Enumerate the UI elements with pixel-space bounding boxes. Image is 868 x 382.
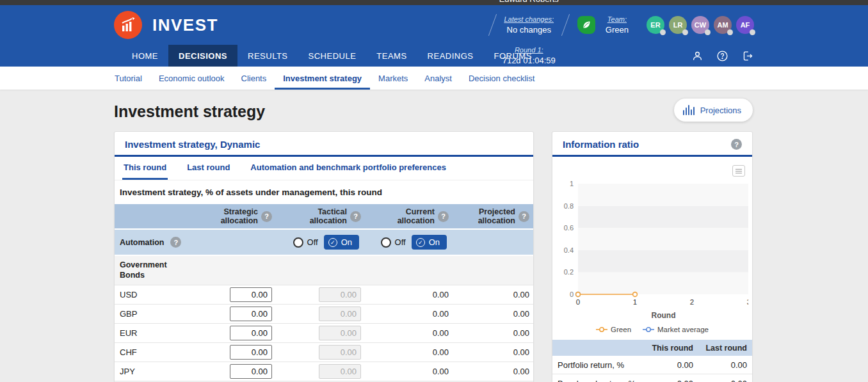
legend-label: Green <box>611 326 631 333</box>
column-header: Tactical allocation? <box>272 207 361 226</box>
projections-button[interactable]: Projections <box>674 99 753 122</box>
svg-text:0.4: 0.4 <box>564 246 574 254</box>
question-icon[interactable]: ? <box>518 211 529 222</box>
column-header-label: Current allocation <box>390 207 435 226</box>
nav-item-forums[interactable]: FORUMS <box>484 45 542 67</box>
nav-item-home[interactable]: HOME <box>122 45 168 67</box>
tactical-automation-off-radio[interactable]: Off <box>293 237 318 248</box>
strategic-allocation-input[interactable] <box>230 306 272 321</box>
question-icon[interactable]: ? <box>350 211 361 222</box>
subnav-item-decision-checklist[interactable]: Decision checklist <box>460 67 543 90</box>
person-icon[interactable] <box>691 50 703 62</box>
app-logo[interactable] <box>114 11 142 39</box>
column-header-label: Strategic allocation <box>213 207 258 226</box>
hamburger-menu-icon[interactable] <box>732 165 745 177</box>
returns-row-label: Portfolio return, % <box>552 360 642 370</box>
panel-title: Investment strategy, Dynamic <box>125 139 260 150</box>
svg-text:0.2: 0.2 <box>564 268 574 276</box>
nav-item-decisions[interactable]: DECISIONS <box>168 45 237 67</box>
strategic-allocation-input[interactable] <box>230 287 272 302</box>
asset-group-header: Government Bonds <box>115 255 533 285</box>
leaf-icon <box>577 16 595 34</box>
subnav-item-clients[interactable]: Clients <box>233 67 275 90</box>
nav-item-readings[interactable]: READINGS <box>417 45 484 67</box>
tactical-automation-on-button[interactable]: ✓ On <box>324 235 359 250</box>
legend-marker-icon <box>643 326 654 333</box>
svg-text:Round: Round <box>652 311 676 320</box>
svg-text:0: 0 <box>570 290 574 298</box>
strategic-allocation-input[interactable] <box>230 345 272 360</box>
returns-this-round-value: 0.00 <box>642 360 693 370</box>
strategy-tabs: This roundLast roundAutomation and bench… <box>115 157 533 180</box>
projected-allocation-value: 0.00 <box>449 328 533 338</box>
subnav-item-markets[interactable]: Markets <box>370 67 416 90</box>
question-icon[interactable]: ? <box>438 211 449 222</box>
information-ratio-chart: 00.20.40.60.810123Round GreenMarket aver… <box>552 157 752 333</box>
svg-text:3: 3 <box>747 298 748 306</box>
current-automation-on-button[interactable]: ✓ On <box>412 235 447 250</box>
tab-last-round[interactable]: Last round <box>186 157 231 180</box>
returns-this-round-value: 0.00 <box>642 379 693 382</box>
section-title: Investment strategy, % of assets under m… <box>115 180 533 204</box>
subnav-item-economic-outlook[interactable]: Economic outlook <box>150 67 233 90</box>
team-value: Green <box>606 25 629 35</box>
asset-label: JPY <box>115 367 185 376</box>
current-automation-off-radio[interactable]: Off <box>381 237 406 248</box>
avatar[interactable]: AF <box>736 16 754 34</box>
avatar[interactable]: ER <box>647 16 664 34</box>
tab-automation-and-benchmark-portfolio-preferences[interactable]: Automation and benchmark portfolio prefe… <box>249 157 447 180</box>
current-allocation-value: 0.00 <box>361 290 449 299</box>
current-allocation-value: 0.00 <box>361 347 449 357</box>
subnav-item-analyst[interactable]: Analyst <box>416 67 460 90</box>
logo-chart-icon <box>120 17 136 33</box>
subnav-item-tutorial[interactable]: Tutorial <box>106 67 150 90</box>
automation-label: Automation <box>120 238 164 247</box>
legend-label: Market average <box>657 326 709 333</box>
team-label: Team: <box>606 15 629 23</box>
allocation-row: EUR 0.00 0.00 <box>115 323 533 342</box>
avatar[interactable]: CW <box>691 16 709 34</box>
current-allocation-value: 0.00 <box>361 367 449 376</box>
investment-strategy-panel: Investment strategy, Dynamic This roundL… <box>114 131 534 382</box>
avatar[interactable]: AM <box>714 16 732 34</box>
question-icon[interactable]: ? <box>170 237 181 248</box>
svg-text:2: 2 <box>690 298 694 306</box>
strategic-allocation-input[interactable] <box>230 364 272 379</box>
strategic-allocation-input[interactable] <box>230 326 272 340</box>
status-dot <box>727 29 733 35</box>
tactical-allocation-input <box>319 345 361 360</box>
logout-icon[interactable] <box>741 50 754 62</box>
chart-legend: GreenMarket average <box>556 326 748 333</box>
question-icon[interactable]: ? <box>731 139 742 150</box>
subnav-item-investment-strategy[interactable]: Investment strategy <box>275 67 370 90</box>
tab-this-round[interactable]: This round <box>122 157 168 180</box>
nav-item-results[interactable]: RESULTS <box>237 45 298 67</box>
help-circle-icon[interactable] <box>716 50 728 62</box>
column-header-label: Tactical allocation <box>302 207 347 226</box>
nav-item-schedule[interactable]: SCHEDULE <box>298 45 367 67</box>
divider <box>561 14 570 36</box>
svg-text:0.6: 0.6 <box>564 224 574 232</box>
allocation-row: JPY 0.00 0.00 <box>115 362 533 381</box>
info-label: Latest changes: <box>499 15 559 23</box>
avatar[interactable]: LR <box>669 16 687 34</box>
radio-icon <box>381 237 391 248</box>
svg-text:1: 1 <box>570 180 574 187</box>
returns-table-header: This roundLast round <box>552 340 752 356</box>
column-header: Projected allocation? <box>449 207 533 226</box>
tactical-allocation-input <box>319 306 361 321</box>
question-icon[interactable]: ? <box>261 211 272 222</box>
asset-label: CHF <box>115 347 185 357</box>
legend-item-market-average[interactable]: Market average <box>643 326 709 333</box>
information-ratio-panel: Information ratio ? 00.20.40.60.810123Ro… <box>552 131 753 382</box>
legend-item-green[interactable]: Green <box>596 326 631 333</box>
team-badge: Team: Green <box>572 15 639 35</box>
panel-title: Information ratio <box>563 139 639 150</box>
projected-allocation-value: 0.00 <box>449 309 533 319</box>
status-dot <box>660 29 666 35</box>
bar-chart-icon <box>683 105 695 115</box>
status-dot <box>705 29 711 35</box>
nav-item-teams[interactable]: TEAMS <box>366 45 417 67</box>
automation-row: Automation ? Off ✓ On Off <box>115 228 533 255</box>
column-header: Current allocation? <box>361 207 449 226</box>
